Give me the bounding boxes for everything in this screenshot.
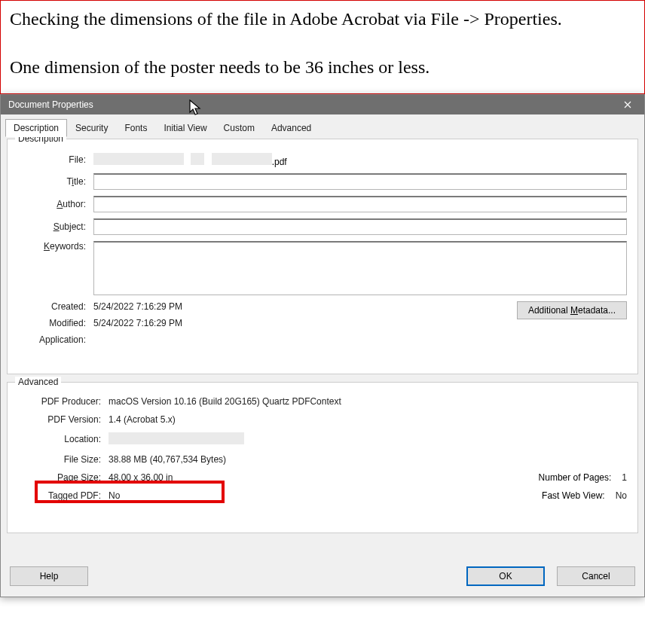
created-label: Created: [18,301,93,312]
help-button[interactable]: Help [10,566,88,586]
titlebar: Document Properties [1,95,644,114]
fast-web-view-label: Fast Web View: [503,490,616,501]
title-field[interactable] [93,173,627,190]
advanced-group: Advanced PDF Producer: macOS Version 10.… [7,382,638,533]
location-value [109,432,244,447]
file-size-label: File Size: [18,454,109,465]
document-properties-dialog: Document Properties Description Security… [0,94,645,597]
modified-value: 5/24/2022 7:16:29 PM [93,318,182,328]
redacted-box [212,153,272,165]
advanced-legend: Advanced [15,377,61,387]
ok-button[interactable]: OK [466,566,545,586]
subject-label: Subject: [18,221,93,232]
keywords-field[interactable] [93,241,627,295]
additional-metadata-button[interactable]: Additional Metadata... [517,301,627,319]
application-label: Application: [18,334,93,345]
file-size-value: 38.88 MB (40,767,534 Bytes) [109,454,226,465]
close-icon [624,101,631,108]
subject-field[interactable] [93,218,627,235]
fast-web-view-value: No [616,490,627,501]
tab-initial-view[interactable]: Initial View [155,119,215,137]
file-label: File: [18,154,93,165]
modified-label: Modified: [18,318,93,328]
page-size-value: 48.00 x 36.00 in [109,472,173,483]
file-ext: .pdf [272,157,287,167]
instruction-box: Checking the dimensions of the file in A… [0,0,645,94]
tagged-pdf-label: Tagged PDF: [18,490,109,501]
pdf-producer-value: macOS Version 10.16 (Build 20G165) Quart… [109,396,341,407]
keywords-label: Keywords: [18,241,93,252]
page-size-label: Page Size: [18,472,109,483]
tagged-pdf-value: No [109,490,120,501]
instruction-line-1: Checking the dimensions of the file in A… [10,7,635,31]
close-button[interactable] [611,95,644,114]
cancel-button[interactable]: Cancel [557,566,635,586]
button-bar: Help OK Cancel [1,560,644,597]
pdf-producer-label: PDF Producer: [18,396,109,407]
location-label: Location: [18,434,109,444]
tab-custom[interactable]: Custom [216,119,263,137]
tab-fonts[interactable]: Fonts [116,119,155,137]
pdf-version-label: PDF Version: [18,414,109,425]
tab-description[interactable]: Description [5,119,67,137]
tab-advanced[interactable]: Advanced [263,119,319,137]
author-label: Author: [18,199,93,209]
tab-strip: Description Security Fonts Initial View … [1,114,644,137]
author-field[interactable] [93,196,627,212]
redacted-box [109,432,244,444]
dialog-title: Document Properties [8,99,93,110]
pdf-version-value: 1.4 (Acrobat 5.x) [109,414,176,425]
tab-security[interactable]: Security [67,119,116,137]
description-group: Description File: .pdf Title: Author: Su… [7,139,638,374]
file-value: .pdf [93,153,287,167]
number-of-pages-label: Number of Pages: [509,472,622,483]
instruction-line-2: One dimension of the poster needs to be … [10,55,635,79]
redacted-box [191,153,204,165]
redacted-box [93,153,184,165]
title-label: Title: [18,176,93,187]
number-of-pages-value: 1 [622,472,627,483]
created-value: 5/24/2022 7:16:29 PM [93,301,182,312]
